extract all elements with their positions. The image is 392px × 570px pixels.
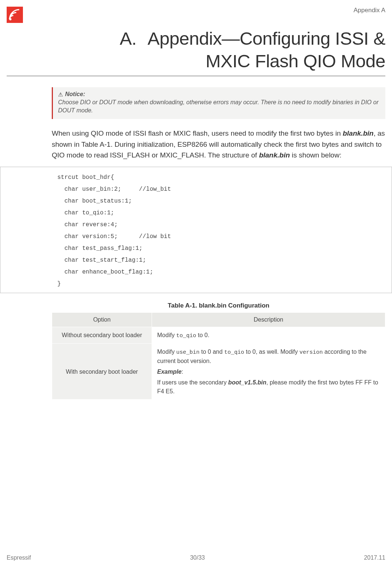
th-option: Option [52,312,152,327]
cell-option: With secondary boot loader [52,344,152,400]
table-row: With secondary boot loader Modify use_bi… [52,344,385,400]
cell-description: Modify use_bin to 0 and to_qio to 0, as … [152,344,385,400]
r2-l2-file: boot_v1.5.bin [228,379,266,386]
example-colon: : [182,369,183,375]
notice-box: ⚠ Notice: Choose DIO or DOUT mode when d… [52,87,385,119]
footer-center: 30/33 [190,554,205,561]
espressif-logo-icon [7,7,23,23]
r1-pre: Modify [157,332,176,338]
warning-icon: ⚠ [58,91,63,98]
footer-left: Espressif [7,554,31,561]
p1-pre: When using QIO mode of ISSI flash or MXI… [52,129,343,137]
page-title: A.Appendix—Configuring ISSI & MXIC Flash… [7,27,385,73]
r2-line2: If users use the secondary boot_v1.5.bin… [157,378,380,395]
example-label: Example [157,369,182,375]
table-row: Without secondary boot loader Modify to_… [52,327,385,344]
appendix-label: Appendix A [354,7,385,14]
r2-l1-c2: to_qio [224,349,244,356]
r2-l1-c1: use_bin [176,349,200,356]
svg-rect-0 [7,7,23,23]
header-row: Appendix A [7,7,385,23]
r2-l1-pre: Modify [157,349,176,355]
code-block: strcut boot_hdr{ char user_bin:2; //low_… [0,167,392,293]
r2-l1-m1: to 0 and [200,349,224,355]
th-description: Description [152,312,385,327]
r2-l1-c3: version [300,349,323,356]
p1-post: is shown below: [290,151,341,159]
r1-code: to_qio [176,333,196,339]
title-line1: Appendix—Configuring ISSI & [148,28,385,48]
svg-point-1 [9,18,11,20]
p1-file2: blank.bin [259,151,290,159]
intro-paragraph: When using QIO mode of ISSI flash or MXI… [52,128,385,160]
page-header: Appendix A A.Appendix—Configuring ISSI &… [0,0,392,76]
title-prefix: A. [120,27,136,50]
page-footer: Espressif 30/33 2017.11 [7,554,385,561]
r1-post: to 0. [196,332,210,338]
r2-line1: Modify use_bin to 0 and to_qio to 0, as … [157,347,380,365]
title-block: A.Appendix—Configuring ISSI & MXIC Flash… [7,27,385,73]
title-divider [7,76,385,76]
title-line2: MXIC Flash QIO Mode [206,51,385,71]
r2-example-row: Example: [157,367,380,376]
p1-file1: blank.bin [343,129,374,137]
table-caption: Table A-1. blank.bin Configuration [52,302,385,309]
code-content: strcut boot_hdr{ char user_bin:2; //low_… [6,172,386,290]
cell-option: Without secondary boot loader [52,327,152,344]
config-table: Option Description Without secondary boo… [52,312,385,400]
content: ⚠ Notice: Choose DIO or DOUT mode when d… [0,87,392,400]
table-header-row: Option Description [52,312,385,327]
r2-l2-pre: If users use the secondary [157,379,228,386]
notice-text: Choose DIO or DOUT mode when downloading… [58,98,380,115]
r2-l1-m2: to 0, as well. Modify [244,349,299,355]
notice-title-row: ⚠ Notice: [58,91,380,98]
cell-description: Modify to_qio to 0. [152,327,385,344]
footer-right: 2017.11 [364,554,385,561]
notice-label: Notice: [65,91,85,98]
